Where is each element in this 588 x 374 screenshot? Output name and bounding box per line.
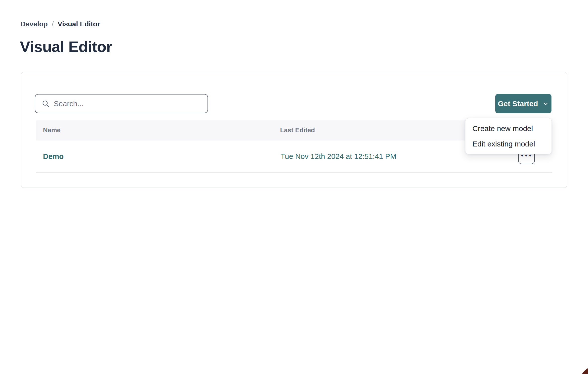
column-header-name: Name [43, 120, 61, 140]
row-divider [36, 172, 552, 173]
model-name-link[interactable]: Demo [43, 140, 64, 172]
column-header-last-edited: Last Edited [280, 120, 315, 140]
breadcrumb-current: Visual Editor [58, 20, 100, 28]
search-icon [42, 100, 50, 108]
menu-item-create-new-model[interactable]: Create new model [465, 121, 551, 136]
page: Develop / Visual Editor Visual Editor Ge… [0, 0, 588, 374]
page-title: Visual Editor [20, 38, 112, 55]
get-started-button[interactable]: Get Started [495, 94, 551, 113]
corner-red-shape [580, 366, 588, 374]
get-started-label: Get Started [498, 99, 538, 108]
get-started-menu: Create new model Edit existing model [465, 118, 552, 154]
search-input[interactable] [50, 94, 208, 113]
breadcrumb-link-develop[interactable]: Develop [21, 20, 48, 28]
model-last-edited[interactable]: Tue Nov 12th 2024 at 12:51:41 PM [281, 140, 396, 172]
menu-item-edit-existing-model[interactable]: Edit existing model [465, 136, 551, 152]
chevron-down-icon [543, 100, 549, 107]
breadcrumb-separator: / [52, 20, 54, 28]
breadcrumb: Develop / Visual Editor [21, 20, 100, 28]
search-box[interactable] [35, 94, 208, 113]
